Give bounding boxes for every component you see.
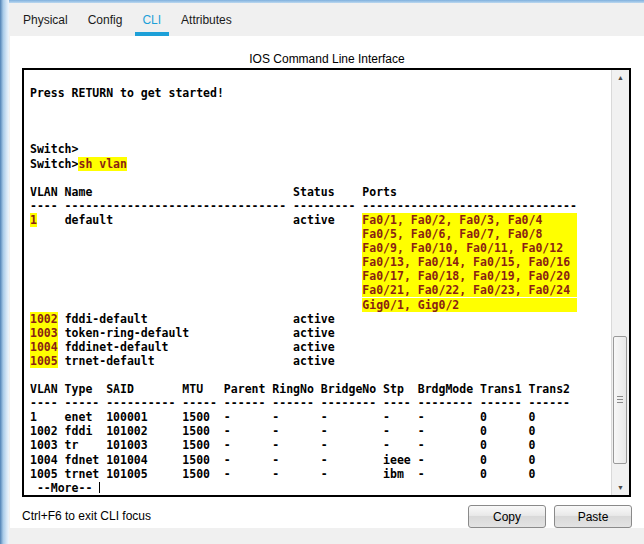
highlighted-text: 1005	[30, 354, 58, 368]
window-frame-left	[0, 0, 9, 544]
cli-pane: IOS Command Line Interface Press RETURN …	[10, 36, 644, 528]
terminal-line: 1 enet 100001 1500 - - - - - 0 0	[30, 410, 611, 424]
terminal-line: Gig0/1, Gig0/2	[30, 298, 611, 312]
highlighted-text: 1004	[30, 340, 58, 354]
highlighted-text: sh vlan	[78, 157, 126, 171]
terminal-line	[30, 72, 611, 86]
highlighted-text: Fa0/17, Fa0/18, Fa0/19, Fa0/20	[362, 269, 577, 283]
copy-button[interactable]: Copy	[468, 505, 546, 528]
tab-config[interactable]: Config	[88, 3, 123, 36]
paste-button[interactable]: Paste	[554, 505, 632, 528]
terminal-line: 1003 token-ring-default active	[30, 326, 611, 340]
terminal-line: 1003 tr 101003 1500 - - - - - 0 0	[30, 438, 611, 452]
terminal-line	[30, 368, 611, 382]
terminal-line: 1005 trnet-default active	[30, 354, 611, 368]
terminal-line: 1002 fddi-default active	[30, 312, 611, 326]
terminal-line: Fa0/17, Fa0/18, Fa0/19, Fa0/20	[30, 269, 611, 283]
terminal-line: VLAN Name Status Ports	[30, 185, 611, 199]
highlighted-text: Fa0/13, Fa0/14, Fa0/15, Fa0/16	[362, 255, 577, 269]
cli-terminal[interactable]: Press RETURN to get started!Switch>Switc…	[22, 68, 631, 497]
highlighted-text: 1003	[30, 326, 58, 340]
tab-bar: PhysicalConfigCLIAttributes	[9, 3, 644, 36]
cli-focus-hint: Ctrl+F6 to exit CLI focus	[22, 509, 151, 523]
highlighted-text: 1	[30, 213, 37, 227]
terminal-line: 1 default active Fa0/1, Fa0/2, Fa0/3, Fa…	[30, 213, 611, 227]
terminal-line: 1004 fddinet-default active	[30, 340, 611, 354]
terminal-line: Switch>sh vlan	[30, 157, 611, 171]
terminal-line: Fa0/21, Fa0/22, Fa0/23, Fa0/24	[30, 283, 611, 297]
terminal-line: ---- ----- ---------- ----- ------ -----…	[30, 396, 611, 410]
terminal-scrollbar[interactable]: ▲ ▼	[611, 70, 629, 495]
tab-physical[interactable]: Physical	[23, 3, 68, 36]
highlighted-text: Fa0/1, Fa0/2, Fa0/3, Fa0/4	[362, 213, 577, 227]
terminal-line	[30, 128, 611, 142]
terminal-line	[30, 114, 611, 128]
terminal-line: Fa0/13, Fa0/14, Fa0/15, Fa0/16	[30, 255, 611, 269]
terminal-line	[30, 171, 611, 185]
terminal-line: 1005 trnet 101005 1500 - - - ibm - 0 0	[30, 467, 611, 481]
terminal-line: Press RETURN to get started!	[30, 86, 611, 100]
highlighted-text: 1002	[30, 312, 58, 326]
terminal-line	[30, 100, 611, 114]
terminal-line: Switch>	[30, 142, 611, 156]
scrollbar-grip-icon	[617, 396, 623, 403]
terminal-line: 1004 fdnet 101004 1500 - - - ieee - 0 0	[30, 453, 611, 467]
scrollbar-thumb[interactable]	[613, 336, 627, 464]
terminal-line: VLAN Type SAID MTU Parent RingNo BridgeN…	[30, 382, 611, 396]
tab-attributes[interactable]: Attributes	[181, 3, 232, 36]
text-cursor	[99, 482, 100, 493]
terminal-line: --More--	[30, 481, 611, 495]
terminal-line: Fa0/9, Fa0/10, Fa0/11, Fa0/12	[30, 241, 611, 255]
highlighted-text: Fa0/21, Fa0/22, Fa0/23, Fa0/24	[362, 283, 577, 297]
terminal-line: ---- -------------------------------- --…	[30, 199, 611, 213]
page-title: IOS Command Line Interface	[10, 52, 644, 66]
scroll-down-icon[interactable]: ▼	[612, 480, 629, 495]
terminal-line: 1002 fddi 101002 1500 - - - - - 0 0	[30, 424, 611, 438]
highlighted-text: Fa0/9, Fa0/10, Fa0/11, Fa0/12	[362, 241, 577, 255]
terminal-output: Press RETURN to get started!Switch>Switc…	[30, 72, 611, 495]
tab-cli[interactable]: CLI	[142, 3, 161, 36]
highlighted-text: Fa0/5, Fa0/6, Fa0/7, Fa0/8	[362, 227, 577, 241]
highlighted-text: Gig0/1, Gig0/2	[362, 298, 577, 312]
terminal-line: Fa0/5, Fa0/6, Fa0/7, Fa0/8	[30, 227, 611, 241]
scroll-up-icon[interactable]: ▲	[612, 70, 629, 85]
